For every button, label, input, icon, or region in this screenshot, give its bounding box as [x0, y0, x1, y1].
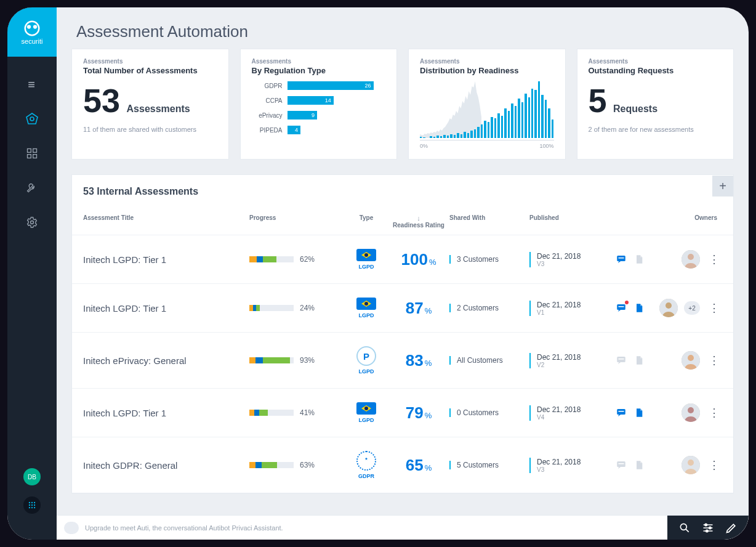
shared-with: 5 Customers	[449, 461, 529, 469]
doc-icon[interactable]	[634, 302, 644, 314]
col-owners[interactable]: Owners	[659, 214, 722, 229]
svg-point-48	[680, 524, 686, 530]
filter-icon[interactable]	[702, 522, 714, 534]
add-assessment-button[interactable]: +	[712, 176, 733, 197]
col-shared[interactable]: Shared With	[449, 214, 529, 229]
svg-point-17	[31, 507, 33, 508]
bar-row: GDPR26	[252, 81, 386, 90]
search-icon[interactable]	[678, 522, 691, 534]
svg-point-16	[29, 507, 30, 508]
page-title: Assessment Automation	[57, 7, 749, 49]
col-type[interactable]: Type	[345, 214, 388, 229]
svg-point-32	[666, 302, 672, 309]
svg-point-54	[709, 527, 711, 529]
col-title[interactable]: Assessment Title	[83, 214, 249, 229]
owner-avatar[interactable]	[682, 351, 700, 370]
row-menu-icon[interactable]: ⋮	[706, 406, 722, 419]
nav-settings-icon[interactable]	[23, 213, 41, 232]
type-badge: LGPD	[356, 249, 376, 270]
menu-icon[interactable]: ≡	[23, 75, 41, 94]
svg-point-21	[364, 253, 368, 257]
col-progress[interactable]: Progress	[249, 214, 345, 229]
doc-icon[interactable]	[634, 460, 644, 471]
card-kicker: Assessments	[252, 58, 386, 65]
col-readiness[interactable]: ↓ Readiness Rating	[388, 214, 449, 229]
table-row[interactable]: Initech LGPD: Tier 124%LGPD87%2 Customer…	[72, 283, 733, 332]
outstanding-label: Requests	[613, 103, 657, 114]
progress-value: 63%	[300, 461, 315, 469]
card-title: By Regulation Type	[252, 66, 386, 75]
doc-icon[interactable]	[634, 355, 644, 366]
bar-row: PIPEDA4	[252, 126, 386, 134]
card-title: Total Number of Assessments	[83, 66, 217, 75]
card-by-regulation: Assessments By Regulation Type GDPR26CCP…	[240, 49, 398, 160]
brand-name: securiti	[22, 38, 43, 45]
progress-value: 24%	[300, 304, 315, 312]
user-avatar[interactable]: DB	[23, 468, 41, 485]
published: Dec 21, 2018V2	[529, 353, 616, 368]
readiness-value: 79%	[388, 403, 449, 423]
card-kicker: Assessments	[83, 58, 217, 65]
doc-icon[interactable]	[634, 254, 644, 265]
svg-point-36	[688, 355, 694, 361]
bar-row: CCPA14	[252, 96, 386, 105]
owners-more[interactable]: +2	[684, 301, 700, 315]
row-menu-icon[interactable]: ⋮	[706, 301, 722, 315]
svg-point-13	[29, 504, 30, 506]
svg-point-55	[706, 530, 708, 532]
row-menu-icon[interactable]: ⋮	[706, 253, 722, 266]
card-kicker: Assessments	[589, 58, 723, 65]
table-row[interactable]: Initech ePrivacy: General93%PLGPD83%All …	[72, 332, 733, 388]
outstanding-note: 2 of them are for new assessments	[589, 126, 723, 133]
chat-icon[interactable]	[616, 355, 627, 366]
chat-icon[interactable]	[64, 522, 79, 534]
brand-logo[interactable]: securiti	[7, 7, 57, 57]
chat-icon[interactable]	[616, 254, 627, 265]
owner-avatar[interactable]	[682, 403, 700, 422]
row-menu-icon[interactable]: ⋮	[706, 354, 722, 367]
owner-avatar[interactable]	[682, 250, 700, 269]
card-title: Distribution by Readiness	[420, 66, 554, 75]
chat-icon[interactable]	[616, 460, 627, 471]
owner-avatar[interactable]	[659, 299, 678, 317]
progress-bar	[249, 410, 294, 416]
chat-icon[interactable]	[616, 302, 627, 314]
shared-with: 0 Customers	[449, 408, 529, 417]
row-menu-icon[interactable]: ⋮	[706, 458, 722, 472]
card-outstanding: Assessments Outstanding Requests 5 Reque…	[577, 49, 734, 160]
edit-icon[interactable]	[725, 522, 738, 534]
svg-point-43	[688, 407, 694, 413]
svg-point-15	[34, 504, 35, 506]
nav-radar-icon[interactable]	[23, 110, 41, 128]
svg-point-1	[28, 26, 30, 28]
svg-rect-5	[28, 149, 31, 153]
table-row[interactable]: Initech LGPD: Tier 162%LGPD100%3 Custome…	[72, 235, 733, 283]
svg-point-12	[34, 502, 35, 503]
svg-rect-6	[33, 149, 37, 153]
upgrade-text: Upgrade to meet Auti, the conversational…	[85, 524, 283, 532]
table-row[interactable]: Initech GDPR: General63%GDPR65%5 Custome…	[72, 437, 733, 493]
svg-line-49	[686, 529, 689, 532]
nav-dashboard-icon[interactable]	[23, 144, 41, 163]
nav-tools-icon[interactable]	[23, 179, 41, 197]
progress-bar	[249, 462, 294, 468]
assessments-table: 53 Internal Assessments + Assessment Tit…	[71, 174, 734, 493]
published: Dec 21, 2018V3	[529, 458, 616, 473]
card-total-assessments: Assessments Total Number of Assessments …	[71, 49, 229, 160]
readiness-value: 100%	[388, 250, 449, 269]
svg-marker-3	[26, 113, 38, 124]
chat-icon[interactable]	[616, 407, 627, 418]
owner-avatar[interactable]	[682, 456, 700, 474]
svg-point-28	[364, 302, 368, 306]
row-title: Initech GDPR: General	[83, 460, 249, 471]
apps-icon[interactable]	[23, 496, 41, 514]
table-row[interactable]: Initech LGPD: Tier 141%LGPD79%0 Customer…	[72, 388, 733, 437]
doc-icon[interactable]	[634, 407, 644, 418]
type-badge: LGPD	[356, 402, 376, 423]
svg-point-4	[30, 117, 34, 121]
table-title: 53 Internal Assessments	[83, 186, 198, 197]
outstanding-count: 5	[589, 84, 607, 117]
readiness-value: 83%	[388, 351, 449, 370]
published: Dec 21, 2018V4	[529, 405, 616, 421]
col-published[interactable]: Published	[529, 214, 616, 229]
